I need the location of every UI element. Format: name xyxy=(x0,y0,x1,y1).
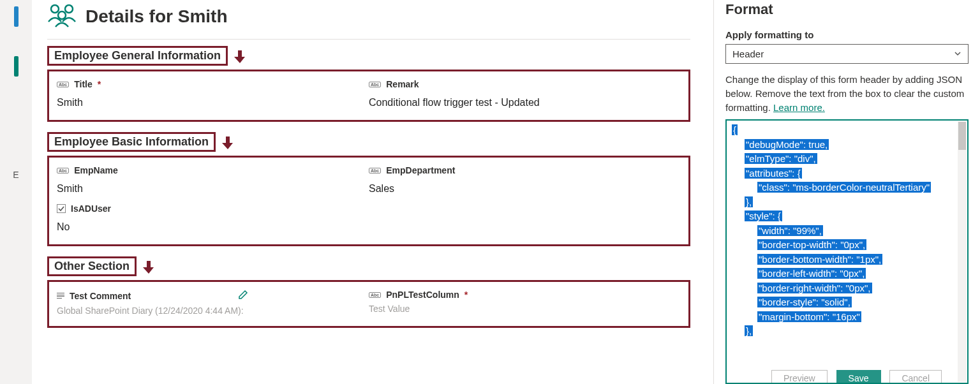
format-description: Change the display of this form header b… xyxy=(725,73,969,119)
arrow-down-icon xyxy=(143,260,154,277)
section-header-general: Employee General Information xyxy=(47,46,228,66)
field-testcomment-label: Test Comment xyxy=(70,291,131,301)
left-navigation-rail: E xyxy=(0,0,32,384)
field-remark[interactable]: AbcRemark Conditional flow trigger test … xyxy=(369,78,681,111)
scrollbar-track[interactable] xyxy=(958,121,967,382)
people-icon xyxy=(47,3,77,30)
arrow-down-icon xyxy=(234,49,246,66)
field-isaduser-value: No xyxy=(57,214,677,234)
rail-indicator-2[interactable] xyxy=(14,56,19,77)
general-card: AbcTitle* Smith AbcRemark Conditional fl… xyxy=(47,70,690,122)
field-isaduser-label: IsADUser xyxy=(71,203,111,214)
page-title: Details for Smith xyxy=(85,6,227,27)
basic-card: AbcEmpName Smith AbcEmpDepartment Sales … xyxy=(47,156,690,246)
chevron-down-icon xyxy=(954,48,961,59)
scrollbar-thumb[interactable] xyxy=(958,122,966,150)
preview-button[interactable]: Preview xyxy=(771,370,828,384)
format-panel: Format Apply formatting to Header Change… xyxy=(713,0,980,384)
text-type-icon: Abc xyxy=(57,168,69,174)
section-header-basic: Employee Basic Information xyxy=(47,132,216,152)
save-button[interactable]: Save xyxy=(836,370,881,384)
field-empdept[interactable]: AbcEmpDepartment Sales xyxy=(369,164,681,197)
apply-formatting-dropdown[interactable]: Header xyxy=(725,44,969,64)
checkbox-type-icon xyxy=(57,204,66,213)
svg-point-2 xyxy=(58,11,66,19)
field-empdept-label: EmpDepartment xyxy=(386,165,455,175)
field-remark-label: Remark xyxy=(386,79,419,89)
required-asterisk: * xyxy=(464,290,468,300)
field-pnpl-label: PnPLTestColumn xyxy=(386,290,459,300)
dropdown-selected: Header xyxy=(732,48,764,59)
field-remark-value: Conditional flow trigger test - Updated xyxy=(369,89,677,110)
rail-indicator-1[interactable] xyxy=(14,6,19,27)
text-type-icon: Abc xyxy=(57,82,69,87)
section-header-other: Other Section xyxy=(47,256,137,276)
required-asterisk: * xyxy=(98,79,101,89)
text-type-icon: Abc xyxy=(369,168,381,174)
field-testcomment[interactable]: Test Comment Global SharePoint Diary (12… xyxy=(57,288,369,317)
json-editor[interactable]: { "debugMode": true, "elmType": "div", "… xyxy=(725,119,969,384)
arrow-down-icon xyxy=(222,135,234,152)
field-pnpl[interactable]: AbcPnPLTestColumn* Test Value xyxy=(369,288,681,317)
text-type-icon: Abc xyxy=(369,292,381,298)
edit-pencil-icon[interactable] xyxy=(238,290,248,302)
form-body: Details for Smith Employee General Infor… xyxy=(32,0,713,384)
rail-truncated-label: E xyxy=(13,170,19,180)
field-title-value: Smith xyxy=(57,89,365,110)
format-panel-title: Format xyxy=(725,0,969,29)
field-pnpl-value: Test Value xyxy=(369,300,677,314)
field-empname-value: Smith xyxy=(57,175,365,196)
other-card: Test Comment Global SharePoint Diary (12… xyxy=(47,280,690,328)
field-isaduser[interactable]: IsADUser No xyxy=(57,197,681,235)
svg-point-0 xyxy=(51,5,59,13)
field-title-label: Title xyxy=(74,79,93,89)
text-type-icon: Abc xyxy=(369,82,381,87)
field-empname[interactable]: AbcEmpName Smith xyxy=(57,164,369,197)
field-empname-label: EmpName xyxy=(74,165,117,175)
multiline-type-icon xyxy=(57,293,64,299)
learn-more-link[interactable]: Learn more. xyxy=(773,102,825,113)
svg-point-1 xyxy=(65,5,73,13)
field-testcomment-sub: Global SharePoint Diary (12/24/2020 4:44… xyxy=(57,302,365,316)
apply-formatting-label: Apply formatting to xyxy=(725,29,969,44)
cancel-button[interactable]: Cancel xyxy=(889,370,942,384)
field-empdept-value: Sales xyxy=(369,175,677,196)
field-title[interactable]: AbcTitle* Smith xyxy=(57,78,369,111)
